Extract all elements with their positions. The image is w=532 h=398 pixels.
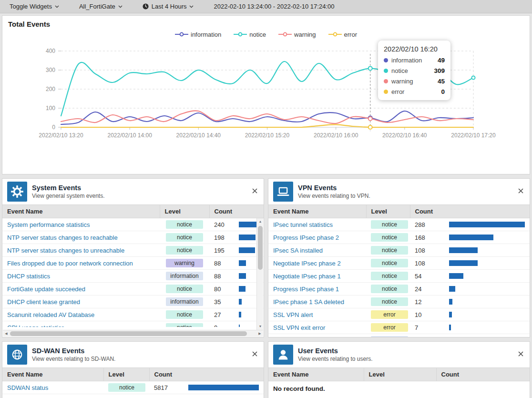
widget-titles: SD-WAN Events View events relating to SD… [32, 347, 115, 362]
horizontal-scroll-thumb[interactable] [10, 331, 247, 336]
close-icon[interactable] [251, 348, 259, 360]
widget-system-events: System Events View general system events… [2, 178, 264, 337]
column-header-event-name[interactable]: Event Name [268, 205, 366, 218]
column-header-count[interactable]: Count [410, 205, 530, 218]
vertical-scroll-thumb[interactable] [258, 226, 263, 270]
tooltip-value: 0 [441, 88, 445, 95]
event-name-link[interactable]: SDWAN status [7, 384, 48, 391]
event-name-link[interactable]: DHCP statistics [7, 273, 50, 280]
column-header-level[interactable]: Level [364, 368, 436, 381]
time-range-dropdown[interactable]: Last 4 Hours [143, 3, 194, 10]
legend-label: notice [249, 31, 266, 38]
event-name-link[interactable]: FortiGate update succeeded [7, 286, 85, 293]
column-header-level[interactable]: Level [366, 205, 410, 218]
legend-item-notice[interactable]: notice [234, 31, 266, 38]
close-icon[interactable] [517, 348, 525, 360]
count-value: 12 [415, 298, 449, 306]
notice-dot [384, 69, 388, 73]
vertical-scrollbar[interactable]: ▲ ▼ [256, 218, 263, 330]
event-name-link[interactable]: System performance statistics [7, 221, 90, 228]
scroll-left-arrow[interactable]: ◀ [3, 330, 10, 337]
count-bar [239, 325, 240, 327]
system-events-table: Event Name Level Count System performanc… [2, 204, 264, 327]
table-row: SSL VPN new connectioninformation1 [268, 334, 530, 338]
event-name-link[interactable]: IPsec SA installed [273, 247, 323, 254]
table-row: IPsec tunnel statisticsnotice288 [268, 218, 530, 231]
table-row: System performance statisticsnotice240 [2, 218, 264, 231]
tooltip-row: error0 [384, 88, 445, 95]
scroll-right-arrow[interactable]: ▶ [256, 330, 263, 337]
column-header-count[interactable]: Count [209, 205, 264, 218]
event-name-link[interactable]: CPU usage statistics [7, 324, 64, 327]
tooltip-title: 2022/02/10 16:20 [384, 45, 445, 53]
count-value: 80 [214, 286, 239, 293]
column-header-count[interactable]: Count [149, 368, 264, 381]
count-value: 108 [415, 247, 449, 254]
event-name-link[interactable]: SSL VPN alert [273, 311, 313, 318]
scroll-down-arrow[interactable]: ▼ [257, 323, 264, 330]
event-name-link[interactable]: NTP server status changes to reachable [7, 234, 118, 241]
count-value: 198 [214, 234, 239, 241]
horizontal-scrollbar[interactable]: ◀ ▶ [3, 330, 263, 337]
legend-item-error[interactable]: error [328, 31, 357, 38]
table-row: IPsec phase 1 SA deletednotice12 [268, 296, 530, 308]
event-name-link[interactable]: Files dropped due to poor network connec… [7, 260, 133, 267]
svg-text:200: 200 [46, 86, 55, 92]
legend-label: information [191, 31, 221, 38]
event-name-link[interactable]: Progress IPsec phase 2 [273, 234, 339, 241]
column-header-level[interactable]: Level [103, 368, 149, 381]
event-name-link[interactable]: Scanunit reloaded AV Database [7, 311, 94, 318]
column-header-event-name[interactable]: Event Name [2, 205, 160, 218]
level-badge: error [371, 323, 408, 332]
event-name-link[interactable]: SSL VPN new connection [273, 337, 344, 338]
event-name-link[interactable]: IPsec phase 1 SA deleted [273, 298, 344, 306]
vpn-events-table: Event Name Level Count IPsec tunnel stat… [268, 204, 530, 337]
widget-vpn-events: VPN Events View events relating to VPN. … [268, 178, 530, 337]
table-row: NTP server status changes to reachableno… [2, 231, 264, 244]
close-icon[interactable] [251, 185, 259, 197]
column-header-event-name[interactable]: Event Name [2, 368, 103, 381]
widget-title: SD-WAN Events [32, 347, 115, 355]
toggle-widgets-dropdown[interactable]: Toggle Widgets [10, 3, 59, 10]
legend-label: warning [294, 31, 316, 38]
widget-header: User Events View events relating to user… [268, 342, 530, 367]
table-row: DHCP statisticsinformation88 [2, 270, 264, 283]
count-bar [239, 312, 241, 317]
widget-user-events: User Events View events relating to user… [268, 341, 530, 398]
event-name-link[interactable]: Negotiate IPsec phase 1 [273, 273, 341, 280]
count-bar [449, 260, 478, 266]
scroll-up-arrow[interactable]: ▲ [257, 218, 264, 225]
event-name-link[interactable]: NTP server status changes to unreachable [7, 247, 124, 254]
column-header-count[interactable]: Count [436, 368, 530, 381]
level-badge: warning [166, 259, 203, 267]
widget-titles: System Events View general system events… [32, 184, 105, 199]
column-header-event-name[interactable]: Event Name [268, 368, 364, 381]
legend-item-warning[interactable]: warning [278, 31, 316, 38]
table-row: NTP server status changes to unreachable… [2, 244, 264, 257]
event-name-link[interactable]: IPsec tunnel statistics [273, 221, 333, 228]
count-value: 240 [214, 221, 239, 228]
legend-item-information[interactable]: information [175, 31, 221, 38]
event-name-link[interactable]: Progress IPsec phase 1 [273, 286, 339, 293]
level-badge: notice [371, 233, 408, 242]
level-badge: notice [166, 285, 203, 293]
widgets-grid: System Events View general system events… [2, 178, 530, 398]
widget-title: VPN Events [298, 184, 370, 192]
event-name-link[interactable]: Negotiate IPsec phase 2 [273, 260, 341, 267]
level-badge: information [166, 297, 203, 306]
event-name-link[interactable]: SSL VPN exit error [273, 324, 325, 331]
widget-title: System Events [32, 184, 105, 192]
chart-title: Total Events [2, 16, 530, 29]
widget-header: VPN Events View events relating to VPN. [268, 179, 530, 204]
table-row: Negotiate IPsec phase 1notice54 [268, 270, 530, 283]
event-name-link[interactable]: DHCP client lease granted [7, 298, 80, 306]
column-header-level[interactable]: Level [160, 205, 209, 218]
user-events-table: Event Name Level Count No record found. [268, 367, 530, 396]
count-value: 5817 [154, 384, 188, 391]
device-dropdown[interactable]: All_FortiGate [79, 3, 123, 10]
widget-subtitle: View general system events. [32, 193, 105, 199]
date-range-label: 2022-02-10 13:24:00 - 2022-02-10 17:24:0… [214, 3, 334, 10]
svg-text:100: 100 [46, 105, 55, 112]
close-icon[interactable] [517, 185, 525, 197]
table-row: Scanunit reloaded AV Databasenotice27 [2, 308, 264, 321]
